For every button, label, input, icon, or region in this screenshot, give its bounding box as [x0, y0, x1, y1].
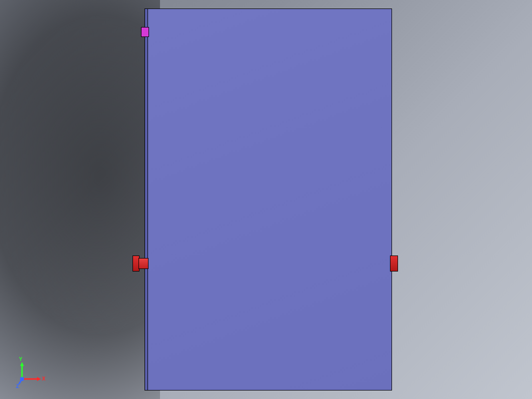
red-fitting-left-flange[interactable] — [133, 256, 139, 271]
y-axis-label: Y — [19, 356, 22, 362]
orientation-triad: X Y Z — [12, 359, 47, 389]
model-front-face[interactable] — [148, 9, 392, 390]
red-fitting-left-shaft[interactable] — [139, 258, 148, 268]
z-axis-label: Z — [16, 384, 19, 389]
model-shadow — [0, 0, 160, 399]
x-axis-label: X — [42, 376, 46, 382]
cad-viewport[interactable]: X Y Z — [0, 0, 532, 399]
z-axis-line — [19, 379, 22, 384]
magenta-plug[interactable] — [142, 28, 148, 36]
y-axis-arrow-icon — [20, 362, 24, 366]
x-axis-arrow-icon — [37, 377, 41, 381]
red-fitting-right[interactable] — [390, 256, 398, 271]
z-axis-dot-icon — [20, 377, 24, 381]
